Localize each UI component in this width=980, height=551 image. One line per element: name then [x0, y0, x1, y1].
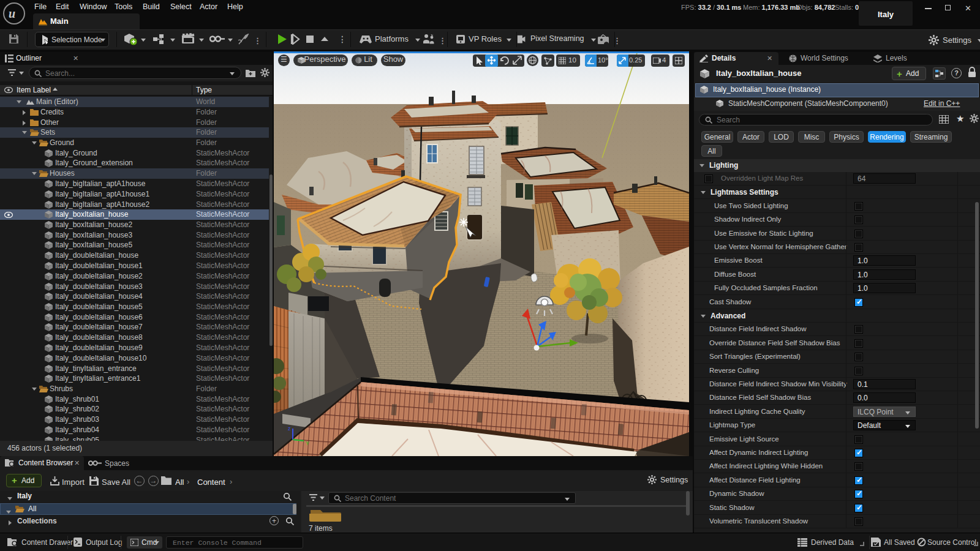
- svg-text:z: z: [288, 425, 291, 432]
- svg-text:⋮: ⋮: [338, 34, 343, 44]
- svg-text:Y: Y: [306, 440, 309, 446]
